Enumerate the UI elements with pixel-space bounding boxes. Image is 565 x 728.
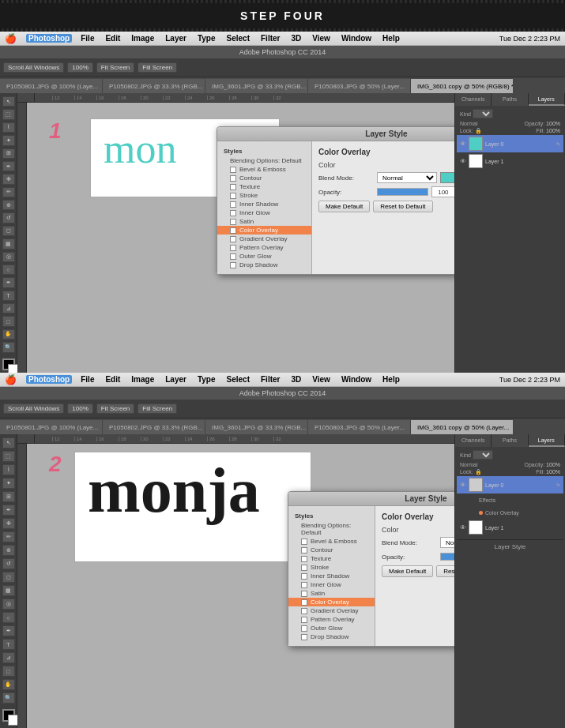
dialog-outer-glow-1[interactable]: Outer Glow <box>217 252 311 261</box>
dialog-inner-shadow-1[interactable]: Inner Shadow <box>217 200 311 208</box>
menu-view-2[interactable]: View <box>310 375 333 384</box>
tab-img3601-copy-2[interactable]: IMG_3601 copy @ 50% (Layer... <box>411 420 514 434</box>
menu-edit-2[interactable]: Edit <box>103 375 122 384</box>
tool-zoom-2[interactable]: 🔍 <box>2 692 15 704</box>
tool-stamp-1[interactable]: ⊕ <box>2 200 15 210</box>
tool-heal-2[interactable]: ✙ <box>2 518 15 529</box>
menu-image-2[interactable]: Image <box>129 375 156 384</box>
inner-shadow-check-1[interactable] <box>230 201 236 208</box>
tab-p1050803-2[interactable]: P1050803.JPG @ 50% (Layer... <box>308 420 411 434</box>
tab-img3601-copy-1[interactable]: IMG_3601 copy @ 50% (RGB/8) * <box>411 79 514 93</box>
tool-pen-1[interactable]: ✒ <box>2 277 15 287</box>
dialog-inner-glow-2[interactable]: Inner Glow <box>288 580 375 589</box>
dialog-satin-2[interactable]: Satin <box>288 589 375 598</box>
dialog-color-overlay-1[interactable]: ✓Color Overlay <box>217 226 311 235</box>
gradient-overlay-check-2[interactable] <box>301 608 307 614</box>
dialog-satin-1[interactable]: Satin <box>217 217 311 226</box>
color-overlay-check-1[interactable]: ✓ <box>230 227 236 234</box>
tool-dodge-2[interactable]: ○ <box>2 612 15 623</box>
reset-default-btn-1[interactable]: Reset to Default <box>373 201 432 212</box>
blend-mode-select-2[interactable]: Normal <box>440 537 454 548</box>
satin-check-1[interactable] <box>230 219 236 225</box>
dialog-contour-1[interactable]: Contour <box>217 174 311 182</box>
opacity-slider-2[interactable] <box>440 553 454 561</box>
tool-lasso-1[interactable]: ⌇ <box>2 122 15 133</box>
dialog-inner-shadow-2[interactable]: Inner Shadow <box>288 572 375 580</box>
tool-zoom-1[interactable]: 🔍 <box>2 342 15 352</box>
outer-glow-check-2[interactable] <box>301 625 307 632</box>
stroke-check-2[interactable] <box>301 565 307 571</box>
menu-type-2[interactable]: Type <box>195 375 218 384</box>
tool-stamp-2[interactable]: ⊕ <box>2 545 15 556</box>
tab-p1050802-2[interactable]: P1050802.JPG @ 33.3% (RGB... <box>103 420 205 434</box>
satin-check-2[interactable] <box>301 591 307 597</box>
menu-3d-2[interactable]: 3D <box>288 375 303 384</box>
opacity-slider-1[interactable] <box>377 188 428 196</box>
fg-color-1[interactable] <box>2 358 15 370</box>
texture-check-2[interactable] <box>301 556 307 562</box>
pattern-overlay-check-2[interactable] <box>301 617 307 623</box>
dialog-blending-options-1[interactable]: Blending Options: Default <box>217 156 311 165</box>
scroll-all-btn-2[interactable]: Scroll All Windows <box>3 403 64 414</box>
menu-edit-1[interactable]: Edit <box>103 34 122 43</box>
menu-help-1[interactable]: Help <box>380 34 402 43</box>
tool-dodge-1[interactable]: ○ <box>2 265 15 275</box>
dialog-stroke-1[interactable]: Stroke <box>217 191 311 200</box>
fg-color-2[interactable] <box>2 709 15 722</box>
tool-history-2[interactable]: ↺ <box>2 558 15 569</box>
menu-filter-1[interactable]: Filter <box>258 34 282 43</box>
tool-path-2[interactable]: ⊿ <box>2 652 15 663</box>
tool-pen-2[interactable]: ✒ <box>2 625 15 636</box>
panel-tab-paths-1[interactable]: Paths <box>492 93 528 106</box>
menu-window-1[interactable]: Window <box>339 34 374 43</box>
tool-crop-2[interactable]: ⊞ <box>2 491 15 502</box>
panel-tab-paths-2[interactable]: Paths <box>492 434 528 447</box>
menu-help-2[interactable]: Help <box>380 375 402 384</box>
drop-shadow-check-1[interactable] <box>230 262 236 268</box>
menu-layer-1[interactable]: Layer <box>163 34 189 43</box>
tab-img3601-2[interactable]: IMG_3601.JPG @ 33.3% (RGB... <box>205 420 308 434</box>
tool-shape-1[interactable]: □ <box>2 316 15 326</box>
panel-tab-layers-2[interactable]: Layers <box>529 434 565 447</box>
tool-magic-2[interactable]: ✦ <box>2 478 15 489</box>
dialog-pattern-overlay-2[interactable]: Pattern Overlay <box>288 615 375 624</box>
menu-3d-1[interactable]: 3D <box>288 34 303 43</box>
bevel-check-1[interactable] <box>230 167 236 173</box>
tab-img3601-1[interactable]: IMG_3601.JPG @ 33.3% (RGB... <box>205 79 308 93</box>
tool-hand-1[interactable]: ✋ <box>2 329 15 340</box>
tool-eraser-1[interactable]: ◻ <box>2 226 15 236</box>
menu-photoshop-1[interactable]: Photoshop <box>26 34 72 43</box>
tool-gradient-1[interactable]: ▦ <box>2 238 15 249</box>
layer-item-layer0-1[interactable]: 👁 Layer 0 fx <box>457 135 563 152</box>
drop-shadow-check-2[interactable] <box>301 634 307 640</box>
contour-check-1[interactable] <box>230 175 236 182</box>
dialog-bevel-1[interactable]: Bevel & Emboss <box>217 165 311 174</box>
layer-item-layer0-2[interactable]: 👁 Layer 0 fx <box>457 476 563 493</box>
inner-shadow-check-2[interactable] <box>301 573 307 580</box>
layer-item-layer1-1[interactable]: 👁 Layer 1 <box>457 152 563 170</box>
contour-check-2[interactable] <box>301 547 307 554</box>
tool-blur-1[interactable]: ◎ <box>2 252 15 262</box>
eye-icon-layer0-2[interactable]: 👁 <box>460 482 466 489</box>
menu-photoshop-2[interactable]: Photoshop <box>26 375 72 384</box>
panel-tab-layers-1[interactable]: Layers <box>529 93 565 106</box>
tool-blur-2[interactable]: ◎ <box>2 599 15 610</box>
fill-screen-btn-2[interactable]: Fill Screen <box>137 403 177 414</box>
dialog-drop-shadow-2[interactable]: Drop Shadow <box>288 632 375 641</box>
dialog-gradient-overlay-1[interactable]: Gradient Overlay <box>217 235 311 243</box>
menu-select-1[interactable]: Select <box>224 34 252 43</box>
stroke-check-1[interactable] <box>230 193 236 199</box>
menu-filter-2[interactable]: Filter <box>258 375 282 384</box>
kind-select-2[interactable] <box>473 450 493 460</box>
eye-icon-layer1-1[interactable]: 👁 <box>460 158 466 165</box>
dialog-drop-shadow-1[interactable]: Drop Shadow <box>217 261 311 269</box>
zoom-100-btn-1[interactable]: 100% <box>67 62 92 73</box>
tool-lasso-2[interactable]: ⌇ <box>2 464 15 475</box>
tool-brush-1[interactable]: ✏ <box>2 187 15 197</box>
inner-glow-check-2[interactable] <box>301 582 307 588</box>
outer-glow-check-1[interactable] <box>230 253 236 260</box>
fit-screen-btn-2[interactable]: Fit Screen <box>96 403 134 414</box>
tool-heal-1[interactable]: ✙ <box>2 174 15 184</box>
make-default-btn-1[interactable]: Make Default <box>318 201 370 212</box>
kind-select-1[interactable] <box>473 109 493 118</box>
